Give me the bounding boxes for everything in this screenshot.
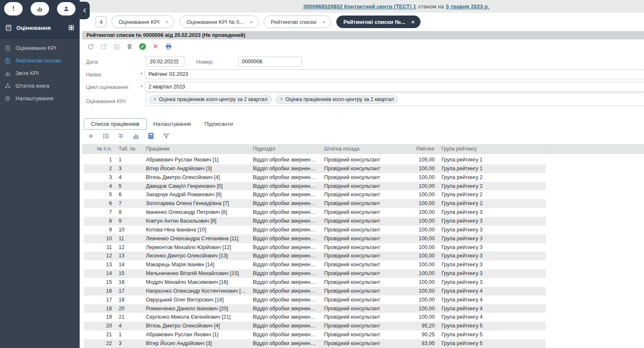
add-row-icon[interactable]: [86, 132, 95, 140]
cycle-input[interactable]: [145, 82, 644, 92]
cell-4: Провідний консультант: [321, 208, 400, 217]
cell-0: 20: [84, 322, 115, 330]
close-icon[interactable]: ×: [165, 19, 169, 25]
cell-6: Група рейтингу 2: [438, 182, 546, 191]
table-row[interactable]: 211Абрамович Руслан Якович [1]Відділ обр…: [84, 330, 546, 339]
cell-6: Група рейтингу 3: [438, 269, 546, 278]
table-row[interactable]: 204Вітязь Дмитро Олексійович [4]Відділ о…: [84, 322, 546, 330]
table-row[interactable]: 1718Овруцький Олег Вікторович [18]Відділ…: [84, 296, 546, 304]
doc-tab-1[interactable]: Налаштування: [147, 118, 198, 130]
window-tab-1[interactable]: Оцінювання KPI № 0...×: [179, 16, 259, 28]
cell-5: 100,00: [400, 287, 438, 296]
cell-4: Провідний консультант: [321, 252, 400, 260]
cell-3: Відділ обробки звернень ...: [249, 234, 321, 243]
doc-tab-0[interactable]: Список працівників: [84, 118, 147, 130]
table-row[interactable]: 1314Макарець Марія Іванівн [14]Відділ об…: [84, 260, 546, 269]
column-header-3[interactable]: Підрозділ: [249, 144, 321, 153]
window-tab-0[interactable]: Оцінювання KPI×: [112, 16, 174, 28]
filter-icon[interactable]: [162, 132, 170, 140]
date-field-wrap: [146, 57, 184, 67]
number-input[interactable]: [238, 57, 302, 67]
report-date-link[interactable]: 5 травня 2023 р.: [446, 3, 489, 10]
open-icon[interactable]: [99, 42, 108, 51]
table-row[interactable]: 1617Напрєєнко Олександр Костянтинович [1…: [84, 287, 546, 296]
cell-2: Абрамович Руслан Якович [1]: [143, 156, 249, 164]
chart-icon[interactable]: [132, 132, 140, 140]
table-row[interactable]: 11Абрамович Руслан Якович [1]Відділ обро…: [84, 156, 546, 164]
close-icon[interactable]: ×: [250, 19, 253, 25]
cell-1: 13: [115, 252, 143, 260]
table-row[interactable]: 23Вітер Йосип Андрійович [3]Відділ оброб…: [84, 164, 546, 173]
calendar-icon[interactable]: [173, 59, 179, 65]
cell-0: 10: [84, 234, 115, 243]
table-row[interactable]: 1516Модріч Михайло Максимович [16]Відділ…: [84, 278, 546, 287]
remove-tag-icon[interactable]: ×: [280, 96, 283, 102]
user-button[interactable]: [57, 2, 75, 16]
alerts-button[interactable]: !: [4, 2, 23, 16]
table-row[interactable]: 45Давидов Самуїл Генрихович [5]Відділ об…: [84, 182, 546, 191]
checklist-icon[interactable]: [101, 132, 110, 140]
table-row[interactable]: 67Золотарева Олена Геннадіївна [7]Відділ…: [84, 199, 546, 208]
grid-windows-icon[interactable]: [68, 24, 75, 31]
table-row[interactable]: 78Іваненко Олександр Петрович [8]Відділ …: [84, 208, 546, 217]
window-tab-2[interactable]: Рейтингові списки×: [264, 16, 331, 28]
table-row[interactable]: 910Котова Ніна Іванівна [10]Відділ оброб…: [84, 226, 546, 234]
date-input[interactable]: [146, 59, 173, 65]
tab-counter[interactable]: 4: [96, 16, 106, 27]
sidebar-item-2[interactable]: Звіти KPI: [0, 67, 80, 79]
delete-icon[interactable]: [125, 42, 134, 51]
app-header: 3000968520852 Контактний центр (ТЕСТ) 1 …: [80, 0, 644, 13]
close-icon[interactable]: ×: [411, 19, 415, 25]
kpi-tag-0[interactable]: ×Оцінка працівників колл-центру за 2 ква…: [149, 95, 272, 104]
sidebar-item-4[interactable]: ⚙Налаштування: [0, 92, 80, 104]
sidebar-item-1[interactable]: Рейтингові списки: [0, 54, 80, 67]
cell-0: 17: [84, 296, 115, 304]
doc-tab-2[interactable]: Підписанти: [197, 118, 239, 130]
unpost-icon[interactable]: ✕: [151, 42, 160, 51]
cell-1: 18: [115, 296, 143, 304]
table-row[interactable]: 34Вітязь Дмитро Олексійович [4]Відділ об…: [84, 173, 546, 182]
reports-button[interactable]: [31, 2, 49, 16]
cell-2: Абрамович Руслан Якович [1]: [143, 330, 249, 339]
cell-2: Вітер Йосип Андрійович [3]: [143, 164, 249, 173]
refresh-icon[interactable]: [86, 42, 95, 51]
kpi-tag-1[interactable]: ×Оцінка працівників колл-центру за 2 ква…: [275, 95, 399, 104]
column-header-6[interactable]: Група рейтингу: [438, 144, 546, 153]
table-row[interactable]: 1112Лермонтов Михайло Юрійович [12]Відді…: [84, 243, 546, 252]
remove-tag-icon[interactable]: ×: [153, 96, 156, 102]
table-row[interactable]: 1011Левченко Олександра Степанівна [11]В…: [84, 234, 546, 243]
sidebar-item-0[interactable]: Оцінювання KPI: [0, 42, 80, 54]
calculator-icon[interactable]: [147, 132, 155, 140]
cell-6: Група рейтингу 5: [438, 330, 546, 339]
post-icon[interactable]: ✓: [138, 42, 147, 51]
column-header-2[interactable]: Працівник: [143, 144, 249, 153]
sidebar-item-3[interactable]: Штатна книга: [0, 79, 80, 92]
organization-link[interactable]: 3000968520852 Контактний центр (ТЕСТ) 1: [303, 3, 416, 10]
column-header-4[interactable]: Штатна посада: [321, 144, 400, 153]
table-row[interactable]: 1921Сергієнко Микола Євгенійович [21]Від…: [84, 313, 546, 322]
column-header-5[interactable]: Рейтинг: [400, 144, 438, 153]
window-tab-3[interactable]: Рейтингові списки №...×: [336, 16, 421, 28]
expand-all-icon[interactable]: [117, 132, 125, 140]
kpi-tags-field[interactable]: ×Оцінка працівників колл-центру за 2 ква…: [146, 93, 644, 106]
table-row[interactable]: 223Вітер Йосип Андрійович [3]Відділ обро…: [84, 339, 546, 348]
save-icon[interactable]: [112, 42, 121, 51]
column-header-0[interactable]: № п.п.: [84, 144, 115, 153]
org-icon: [4, 83, 11, 89]
close-icon[interactable]: ×: [322, 19, 325, 25]
cell-3: Відділ обробки звернень ...: [249, 217, 321, 226]
sidebar-collapse-button[interactable]: [80, 2, 90, 19]
table-row[interactable]: 56Захарчук Андрій Романович [6]Відділ об…: [84, 190, 546, 199]
print-icon[interactable]: [164, 42, 173, 51]
table-header: № п.п.Таб. №ПрацівникПідрозділШтатна пос…: [82, 144, 644, 154]
cell-2: Іваненко Олександр Петрович [8]: [143, 208, 249, 217]
cell-3: Відділ обробки звернень ...: [249, 269, 321, 278]
sidebar-section-header[interactable]: Оцінювання: [0, 18, 80, 37]
table-row[interactable]: 1415Мельниченко Віталій Михайлович [15]В…: [84, 269, 546, 278]
name-input[interactable]: [145, 69, 644, 79]
document-tabs: Список працівниківНалаштуванняПідписанти: [80, 118, 644, 130]
table-row[interactable]: 89Ковтун Антон Васильович [9]Відділ обро…: [84, 217, 546, 226]
table-row[interactable]: 1213Лисенко Дмитро Олексійович [13]Відді…: [84, 252, 546, 260]
column-header-1[interactable]: Таб. №: [115, 144, 143, 153]
table-row[interactable]: 1820Романченко Данило Іванович [20]Відді…: [84, 304, 546, 313]
